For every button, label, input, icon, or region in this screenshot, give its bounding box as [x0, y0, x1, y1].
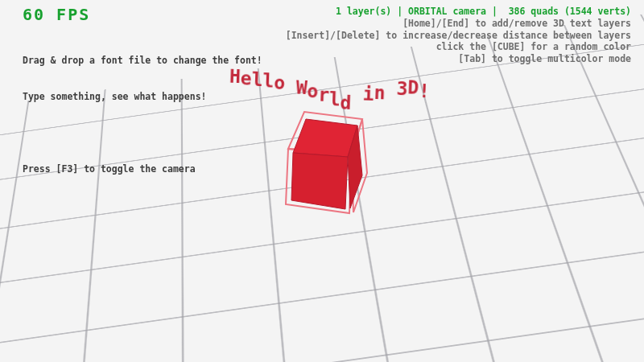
- hint-camera: Press [F3] to toggle the camera: [23, 163, 262, 175]
- hello-letter: D: [407, 76, 419, 97]
- hello-letter: [285, 74, 297, 95]
- help-block: [Home]/[End] to add/remove 3D text layer…: [286, 18, 631, 64]
- help-line: [Home]/[End] to add/remove 3D text layer…: [286, 18, 631, 30]
- hint-gap: [23, 127, 262, 139]
- hint-drag-drop: Drag & drop a font file to change the fo…: [23, 55, 262, 67]
- hello-letter: [351, 91, 363, 112]
- app-window: press [F1] to toggle the text boundarypr…: [0, 0, 644, 362]
- cube[interactable]: [264, 106, 401, 230]
- hello-letter: l: [328, 88, 341, 109]
- hello-letter: o: [274, 72, 286, 93]
- hello-letter: n: [374, 82, 386, 103]
- cube-front-face: [291, 153, 348, 209]
- hello-letter: d: [340, 92, 352, 113]
- status-bar: 1 layer(s) | ORBITAL camera | 386 quads …: [336, 6, 631, 17]
- hello-letter: W: [295, 77, 308, 98]
- hello-letter: i: [362, 83, 374, 104]
- fps-counter: 60 FPS: [23, 5, 90, 24]
- hello-letter: [385, 80, 397, 101]
- hello-letter: 3: [396, 78, 408, 99]
- hello-letter: r: [318, 84, 330, 105]
- hint-block: Drag & drop a font file to change the fo…: [23, 31, 262, 200]
- help-line: [Insert]/[Delete] to increase/decrease d…: [286, 30, 631, 42]
- cube-graphic: [264, 106, 401, 227]
- help-line: [Tab] to toggle multicolor mode: [286, 53, 631, 65]
- help-line: click the [CUBE] for a random color: [286, 41, 631, 53]
- hello-letter: !: [419, 80, 431, 101]
- hello-letter: l: [262, 70, 275, 91]
- cube-top-face: [293, 119, 357, 157]
- hint-type: Type something, see what happens!: [23, 91, 262, 103]
- hello-letter: o: [307, 80, 319, 101]
